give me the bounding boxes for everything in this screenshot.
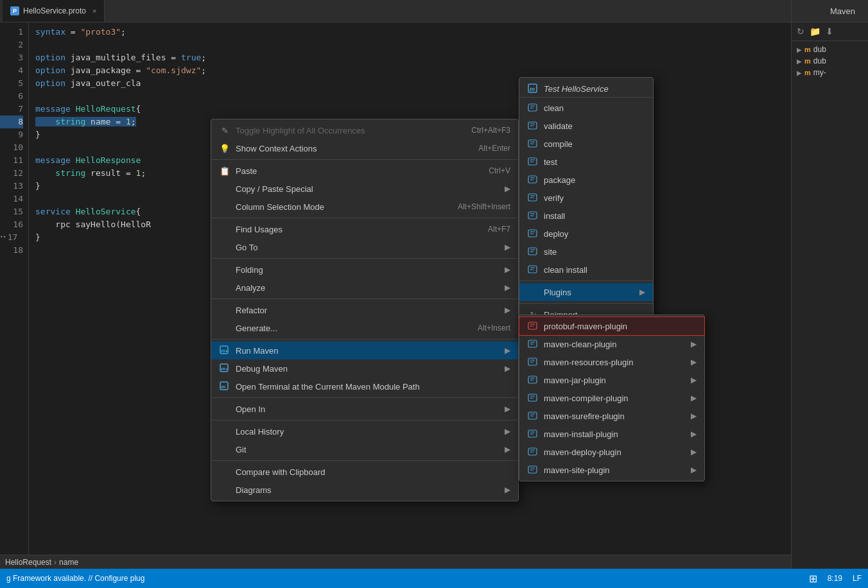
menu-item-debug-maven[interactable]: m Debug Maven ▶ — [211, 359, 518, 377]
maven-lifecycle-compile[interactable]: compile — [519, 135, 653, 153]
menu-item-toggle-highlight[interactable]: ✎ Toggle Highlight of All Occurrences Ct… — [211, 121, 518, 139]
menu-item-analyze[interactable]: Analyze ▶ — [211, 279, 518, 297]
maven-submenu-header[interactable]: m Test HelloService — [519, 80, 653, 98]
menu-item-open-in[interactable]: Open In ▶ — [211, 400, 518, 418]
empty-icon — [219, 223, 230, 235]
maven-lifecycle-install[interactable]: install — [519, 207, 653, 225]
menu-item-label: clean install — [544, 265, 645, 275]
breadcrumb-item: HelloRequest — [5, 558, 51, 567]
status-bar: g Framework available. // Configure plug… — [0, 569, 868, 588]
line-number-gutter: 1 2 3 4 5 6 7 8 9 10 11 12 13 14 15 16 •… — [0, 22, 29, 569]
menu-item-refactor[interactable]: Refactor ▶ — [211, 301, 518, 319]
menu-item-folding[interactable]: Folding ▶ — [211, 261, 518, 279]
maven-lifecycle-verify[interactable]: verify — [519, 189, 653, 207]
run-maven-icon: m — [219, 345, 230, 356]
plugin-item-maven-compiler[interactable]: maven-compiler-plugin ▶ — [519, 389, 704, 407]
plugin-item-maven-clean[interactable]: maven-clean-plugin ▶ — [519, 335, 704, 353]
menu-item-local-history[interactable]: Local History ▶ — [211, 422, 518, 440]
arrow-icon: ▶ — [505, 364, 510, 373]
menu-item-find-usages[interactable]: Find Usages Alt+F7 — [211, 220, 518, 238]
plugin-item-maven-site[interactable]: maven-site-plugin ▶ — [519, 461, 704, 479]
lifecycle-icon — [527, 246, 539, 257]
menu-item-label: maven-install-plugin — [544, 429, 686, 439]
status-encoding: LF — [853, 574, 862, 583]
plugin-item-maven-surefire[interactable]: maven-surefire-plugin ▶ — [519, 407, 704, 425]
maven-submenu-plugins[interactable]: Plugins ▶ — [519, 283, 653, 301]
arrow-icon: ▶ — [505, 243, 510, 252]
maven-lifecycle-clean-install[interactable]: clean install — [519, 261, 653, 279]
maven-m-icon: m — [804, 57, 811, 65]
maven-lifecycle-validate[interactable]: validate — [519, 117, 653, 135]
bulb-icon: 💡 — [219, 143, 230, 154]
arrow-icon: ▶ — [505, 485, 510, 494]
status-bar-right: ⊞ 8:19 LF — [809, 573, 862, 585]
maven-lifecycle-site[interactable]: site — [519, 243, 653, 261]
menu-item-compare-clipboard[interactable]: Compare with Clipboard — [211, 463, 518, 481]
menu-item-shortcut: Alt+Shift+Insert — [458, 202, 510, 211]
maven-lifecycle-test[interactable]: test — [519, 153, 653, 171]
tab-file-icon: P — [10, 6, 19, 15]
menu-item-label: install — [544, 211, 645, 221]
menu-item-label: compile — [544, 139, 645, 149]
maven-lifecycle-clean[interactable]: clean — [519, 99, 653, 117]
menu-item-diagrams[interactable]: Diagrams ▶ — [211, 481, 518, 499]
menu-item-label: maven-surefire-plugin — [544, 411, 686, 421]
menu-item-label: Find Usages — [236, 225, 475, 234]
maven-lifecycle-package[interactable]: package — [519, 171, 653, 189]
tab-close-button[interactable]: × — [92, 7, 96, 15]
maven-tree-item[interactable]: ▶ m dub — [792, 44, 868, 55]
menu-item-run-maven[interactable]: m Run Maven ▶ — [211, 342, 518, 359]
menu-separator — [211, 298, 518, 299]
arrow-icon: ▶ — [505, 283, 510, 292]
menu-item-paste[interactable]: 📋 Paste Ctrl+V — [211, 162, 518, 180]
plugin-icon — [527, 392, 539, 404]
menu-item-git[interactable]: Git ▶ — [211, 440, 518, 458]
maven-tree-item[interactable]: ▶ m dub — [792, 55, 868, 67]
menu-item-label: Compare with Clipboard — [236, 467, 510, 477]
maven-folder-button[interactable]: 📁 — [808, 25, 822, 38]
plugin-item-maven-deploy[interactable]: maven-deploy-plugin ▶ — [519, 443, 704, 461]
plugin-icon — [527, 338, 539, 350]
menu-item-shortcut: Alt+Enter — [478, 144, 510, 153]
empty-icon — [219, 426, 230, 437]
plugin-item-protobuf[interactable]: protobuf-maven-plugin — [519, 317, 704, 335]
menu-item-open-terminal[interactable]: m _ Open Terminal at the Current Maven M… — [211, 377, 518, 395]
empty-icon — [219, 264, 230, 275]
maven-refresh-button[interactable]: ↻ — [795, 25, 806, 38]
lifecycle-icon — [527, 156, 539, 168]
menu-item-label: Run Maven — [236, 346, 499, 356]
menu-separator — [211, 159, 518, 160]
menu-item-label: Open In — [236, 404, 499, 414]
lifecycle-icon — [527, 210, 539, 221]
tab-hello-service-proto[interactable]: P HelloService.proto × — [3, 0, 105, 22]
plugin-icon — [527, 446, 539, 458]
maven-tree-item[interactable]: ▶ m my- — [792, 67, 868, 78]
plugin-item-maven-jar[interactable]: maven-jar-plugin ▶ — [519, 371, 704, 389]
menu-item-label: Go To — [236, 243, 499, 252]
menu-item-show-context-actions[interactable]: 💡 Show Context Actions Alt+Enter — [211, 139, 518, 157]
maven-lifecycle-deploy[interactable]: deploy — [519, 225, 653, 243]
maven-panel-title: Maven — [791, 0, 868, 22]
empty-icon — [527, 286, 539, 298]
menu-item-copy-paste-special[interactable]: Copy / Paste Special ▶ — [211, 180, 518, 198]
menu-item-label: maven-jar-plugin — [544, 376, 686, 385]
chevron-icon: ▶ — [797, 58, 802, 65]
menu-separator — [211, 397, 518, 398]
empty-icon — [219, 282, 230, 293]
lifecycle-icon — [527, 120, 539, 132]
menu-separator — [211, 258, 518, 259]
plugin-item-maven-resources[interactable]: maven-resources-plugin ▶ — [519, 353, 704, 371]
menu-item-label: Analyze — [236, 283, 499, 293]
menu-item-generate[interactable]: Generate... Alt+Insert — [211, 319, 518, 337]
maven-download-button[interactable]: ⬇ — [824, 25, 835, 38]
plugin-item-maven-install[interactable]: maven-install-plugin ▶ — [519, 425, 704, 443]
debug-maven-icon: m — [219, 363, 230, 374]
lifecycle-icon — [527, 138, 539, 150]
menu-item-go-to[interactable]: Go To ▶ — [211, 238, 518, 256]
maven-tree: ▶ m dub ▶ m dub ▶ m my- — [792, 41, 868, 81]
menu-item-column-selection[interactable]: Column Selection Mode Alt+Shift+Insert — [211, 198, 518, 216]
arrow-icon: ▶ — [691, 340, 697, 349]
menu-item-label: Paste — [236, 166, 476, 176]
plugins-submenu: protobuf-maven-plugin maven-clean-plugin… — [519, 315, 705, 481]
maven-toolbar: ↻ 📁 ⬇ — [792, 22, 868, 41]
